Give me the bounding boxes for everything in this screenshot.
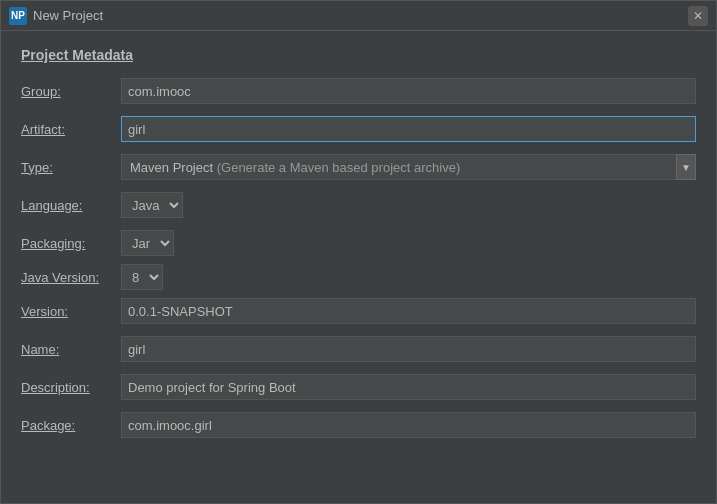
artifact-input[interactable] [121,116,696,142]
packaging-label: Packaging: [21,236,121,251]
java-version-label: Java Version: [21,270,121,285]
language-label: Language: [21,198,121,213]
group-input[interactable] [121,78,696,104]
packaging-select[interactable]: Jar [121,230,174,256]
java-version-row: Java Version: 8 [21,263,696,291]
language-row: Language: Java [21,191,696,219]
artifact-label: Artifact: [21,122,121,137]
type-label: Type: [21,160,121,175]
type-row: Type: Maven Project (Generate a Maven ba… [21,153,696,181]
group-label: Group: [21,84,121,99]
window-title: New Project [33,8,103,23]
form-content: Project Metadata Group: Artifact: Type: … [1,31,716,503]
name-row: Name: [21,335,696,363]
package-input[interactable] [121,412,696,438]
artifact-row: Artifact: [21,115,696,143]
title-bar: NP New Project ✕ [1,1,716,31]
language-select[interactable]: Java [121,192,183,218]
type-display: Maven Project (Generate a Maven based pr… [121,154,676,180]
packaging-row: Packaging: Jar [21,229,696,257]
group-row: Group: [21,77,696,105]
description-input[interactable] [121,374,696,400]
java-version-select[interactable]: 8 [121,264,163,290]
type-field-group: Maven Project (Generate a Maven based pr… [121,154,696,180]
section-title: Project Metadata [21,47,696,63]
version-input[interactable] [121,298,696,324]
close-button[interactable]: ✕ [688,6,708,26]
name-label: Name: [21,342,121,357]
packaging-select-group: Jar [121,230,174,256]
package-row: Package: [21,411,696,439]
name-input[interactable] [121,336,696,362]
version-row: Version: [21,297,696,325]
language-select-group: Java [121,192,183,218]
description-row: Description: [21,373,696,401]
description-label: Description: [21,380,121,395]
package-label: Package: [21,418,121,433]
type-dropdown-btn[interactable]: ▼ [676,154,696,180]
title-bar-left: NP New Project [9,7,103,25]
java-version-select-group: 8 [121,264,163,290]
new-project-window: NP New Project ✕ Project Metadata Group:… [0,0,717,504]
app-icon: NP [9,7,27,25]
version-label: Version: [21,304,121,319]
